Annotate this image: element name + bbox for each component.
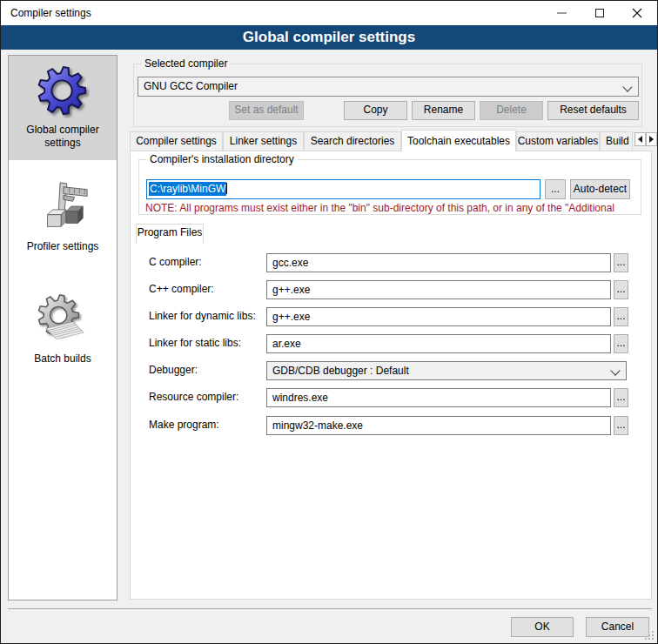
rename-button[interactable]: Rename: [412, 101, 475, 120]
c-compiler-label: C compiler:: [149, 256, 202, 269]
tab-custom-variables[interactable]: Custom variables: [516, 131, 600, 151]
linker-static-browse-button[interactable]: ...: [614, 334, 628, 353]
gray-gear-papers-icon: [36, 293, 90, 347]
compiler-settings-dialog: Compiler settings Global compiler settin…: [0, 0, 658, 644]
cpp-compiler-browse-button[interactable]: ...: [614, 280, 628, 299]
installation-directory-input[interactable]: C:\raylib\MinGW: [146, 179, 540, 199]
make-program-label: Make program:: [149, 419, 219, 432]
minimize-icon: [557, 12, 567, 14]
resource-compiler-label: Resource compiler:: [149, 391, 238, 404]
sidebar-item-label: Batch builds: [30, 352, 94, 366]
sidebar-item-global-compiler-settings[interactable]: Global compiler settings: [9, 56, 117, 160]
set-as-default-button[interactable]: Set as default: [229, 101, 304, 120]
chevron-down-icon: [610, 366, 620, 375]
ok-button[interactable]: OK: [511, 617, 574, 637]
minimize-button[interactable]: [543, 1, 581, 25]
browse-directory-button[interactable]: ...: [545, 179, 566, 199]
c-compiler-input[interactable]: gcc.exe: [266, 253, 611, 272]
make-program-input[interactable]: mingw32-make.exe: [266, 416, 611, 435]
tab-compiler-settings[interactable]: Compiler settings: [130, 131, 223, 151]
selected-compiler-dropdown[interactable]: GNU GCC Compiler: [138, 77, 639, 97]
tab-search-directories[interactable]: Search directories: [304, 131, 401, 151]
title-bar: Compiler settings: [1, 1, 657, 25]
window-title: Compiler settings: [10, 1, 91, 25]
selected-compiler-group-label: Selected compiler: [141, 57, 231, 70]
chevron-down-icon: [622, 82, 632, 91]
linker-dynamic-input[interactable]: g++.exe: [266, 307, 611, 326]
linker-static-input[interactable]: ar.exe: [266, 334, 611, 353]
installation-directory-value: C:\raylib\MinGW: [149, 182, 226, 196]
arrow-left-icon: [638, 136, 642, 143]
sidebar-item-label: Global compiler settings: [9, 124, 117, 150]
delete-button[interactable]: Delete: [480, 101, 543, 120]
tab-scroll-left-button[interactable]: [634, 132, 646, 146]
footer-divider: [8, 608, 652, 609]
auto-detect-button[interactable]: Auto-detect: [570, 179, 630, 199]
close-button[interactable]: [618, 1, 655, 25]
resource-compiler-browse-button[interactable]: ...: [614, 388, 628, 407]
settings-category-list: Global compiler settings: [8, 55, 118, 600]
maximize-button[interactable]: [581, 1, 618, 25]
sidebar-item-profiler-settings[interactable]: Profiler settings: [9, 172, 117, 253]
selected-compiler-value: GNU GCC Compiler: [144, 80, 238, 92]
subtab-program-files[interactable]: Program Files: [136, 224, 204, 244]
sidebar-item-batch-builds[interactable]: Batch builds: [9, 285, 117, 366]
linker-dynamic-label: Linker for dynamic libs:: [149, 310, 256, 323]
debugger-value: GDB/CDB debugger : Default: [272, 365, 409, 377]
resize-grip[interactable]: [645, 631, 654, 640]
make-program-browse-button[interactable]: ...: [614, 416, 628, 435]
c-compiler-browse-button[interactable]: ...: [614, 253, 628, 272]
maximize-icon: [595, 9, 604, 17]
resource-compiler-input[interactable]: windres.exe: [266, 388, 611, 407]
debugger-label: Debugger:: [149, 364, 198, 377]
linker-static-label: Linker for static libs:: [149, 337, 241, 350]
text-caret: [226, 183, 227, 194]
cpp-compiler-label: C++ compiler:: [149, 283, 214, 296]
tab-scroll-right-button[interactable]: [646, 132, 657, 146]
window-controls: [543, 1, 655, 25]
tab-linker-settings[interactable]: Linker settings: [223, 131, 304, 151]
close-icon: [632, 8, 642, 18]
page-title: Global compiler settings: [1, 25, 657, 50]
debugger-dropdown[interactable]: GDB/CDB debugger : Default: [266, 361, 627, 380]
tab-build-options[interactable]: Build options: [600, 131, 633, 151]
cpp-compiler-input[interactable]: g++.exe: [266, 280, 611, 299]
caliper-icon: [36, 181, 90, 235]
copy-button[interactable]: Copy: [344, 101, 407, 120]
cancel-button[interactable]: Cancel: [586, 617, 649, 637]
sidebar-item-label: Profiler settings: [24, 240, 103, 253]
linker-dynamic-browse-button[interactable]: ...: [614, 307, 628, 326]
installation-directory-group-label: Compiler's installation directory: [146, 153, 298, 166]
reset-defaults-button[interactable]: Reset defaults: [547, 101, 639, 120]
tab-toolchain-executables[interactable]: Toolchain executables: [401, 130, 516, 151]
blue-gear-icon: [36, 64, 90, 118]
arrow-right-icon: [649, 136, 654, 143]
note-text: NOTE: All programs must exist either in …: [145, 201, 639, 215]
